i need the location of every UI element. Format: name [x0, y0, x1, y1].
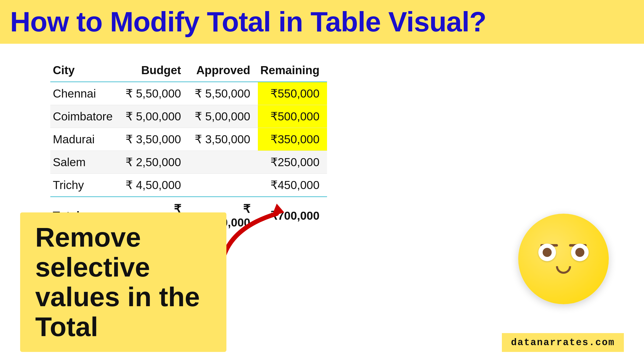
- header-banner: How to Modify Total in Table Visual?: [0, 0, 644, 44]
- callout-text: Remove selective values in the Total: [35, 222, 211, 342]
- cell-remaining-4: ₹450,000: [258, 173, 327, 197]
- cell-approved-2: ₹ 3,50,000: [189, 128, 258, 151]
- col-header-approved: Approved: [189, 59, 258, 82]
- cell-budget-4: ₹ 4,50,000: [120, 173, 189, 197]
- cell-budget-2: ₹ 3,50,000: [120, 128, 189, 151]
- col-header-budget: Budget: [120, 59, 189, 82]
- domain-badge: datanarrates.com: [502, 333, 624, 352]
- emoji-container: [518, 214, 609, 304]
- cell-city-4: Trichy: [50, 173, 120, 197]
- cell-city-0: Chennai: [50, 82, 120, 105]
- table-header-row: City Budget Approved Remaining: [50, 59, 327, 82]
- emoji-eye-left: [538, 244, 556, 261]
- table-row: Salem₹ 2,50,000₹250,000: [50, 151, 327, 173]
- cell-approved-1: ₹ 5,00,000: [189, 105, 258, 128]
- cell-city-3: Salem: [50, 151, 120, 173]
- callout-box: Remove selective values in the Total: [20, 212, 226, 352]
- table-row: Coimbatore₹ 5,00,000₹ 5,00,000₹500,000: [50, 105, 327, 128]
- emoji-pupil-right: [575, 248, 584, 257]
- cell-remaining-2: ₹350,000: [258, 128, 327, 151]
- cell-approved-4: [189, 173, 258, 197]
- col-header-city: City: [50, 59, 120, 82]
- cell-city-1: Coimbatore: [50, 105, 120, 128]
- cell-city-2: Madurai: [50, 128, 120, 151]
- data-table: City Budget Approved Remaining Chennai₹ …: [50, 59, 327, 234]
- cell-approved-3: [189, 151, 258, 173]
- emoji-pupil-left: [543, 248, 552, 257]
- emoji-eyes: [538, 244, 589, 261]
- domain-text: datanarrates.com: [511, 337, 615, 348]
- cell-approved-0: ₹ 5,50,000: [189, 82, 258, 105]
- table-row: Madurai₹ 3,50,000₹ 3,50,000₹350,000: [50, 128, 327, 151]
- table-section: City Budget Approved Remaining Chennai₹ …: [50, 59, 327, 234]
- table-row: Trichy₹ 4,50,000₹450,000: [50, 173, 327, 197]
- table-row: Chennai₹ 5,50,000₹ 5,50,000₹550,000: [50, 82, 327, 105]
- emoji-eye-right: [571, 244, 589, 261]
- cell-remaining-1: ₹500,000: [258, 105, 327, 128]
- col-header-remaining: Remaining: [258, 59, 327, 82]
- emoji-inner: [538, 244, 589, 274]
- cell-budget-1: ₹ 5,00,000: [120, 105, 189, 128]
- page-title: How to Modify Total in Table Visual?: [10, 7, 486, 37]
- cell-budget-3: ₹ 2,50,000: [120, 151, 189, 173]
- cell-budget-0: ₹ 5,50,000: [120, 82, 189, 105]
- emoji-mouth: [556, 266, 571, 274]
- cell-remaining-0: ₹550,000: [258, 82, 327, 105]
- cell-remaining-3: ₹250,000: [258, 151, 327, 173]
- emoji-face: [518, 214, 609, 304]
